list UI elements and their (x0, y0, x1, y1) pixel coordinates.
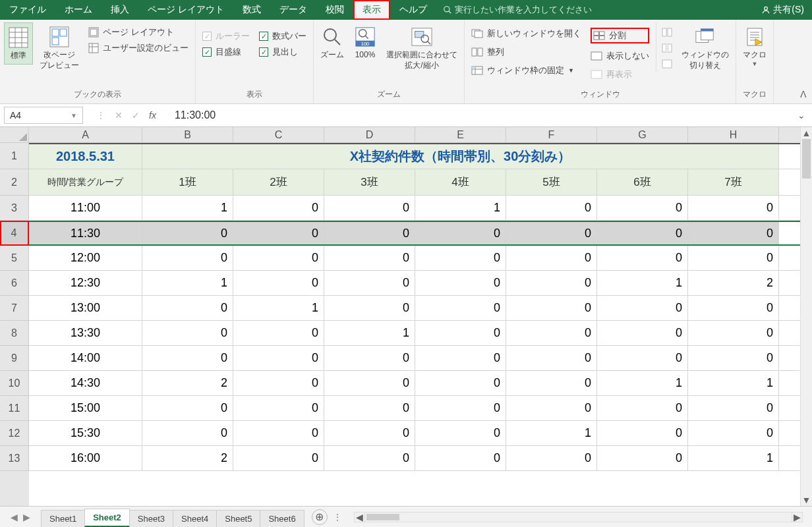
expand-formula-bar-button[interactable]: ⌄ (791, 110, 812, 121)
cell[interactable]: 13:30 (29, 321, 142, 345)
column-header[interactable]: E (415, 127, 506, 143)
cell[interactable]: 0 (324, 222, 415, 244)
sheet-tab[interactable]: Sheet6 (260, 510, 304, 527)
cell[interactable]: 11:30 (29, 222, 142, 244)
add-sheet-button[interactable]: ⊕ (312, 509, 328, 525)
sheet-nav-prev-icon[interactable]: ◀ (11, 512, 18, 522)
share-button[interactable]: 共有(S) (761, 4, 804, 16)
cell[interactable]: 0 (324, 346, 415, 370)
cell[interactable]: 0 (597, 196, 688, 220)
cell[interactable]: 0 (142, 346, 233, 370)
page-layout-view-button[interactable]: ページ レイアウト (88, 26, 188, 38)
row-header[interactable]: 13 (0, 446, 29, 471)
row-header[interactable]: 6 (0, 271, 29, 296)
cell[interactable]: 15:00 (29, 396, 142, 420)
cell[interactable]: 0 (233, 271, 324, 295)
cell[interactable]: 0 (415, 271, 506, 295)
cell[interactable]: 0 (597, 296, 688, 320)
tab-home[interactable]: ホーム (55, 0, 102, 20)
cell[interactable]: 1 (142, 196, 233, 220)
column-header[interactable]: F (506, 127, 597, 143)
collapse-ribbon-button[interactable]: ᐱ (800, 89, 807, 99)
cell[interactable]: 0 (415, 346, 506, 370)
cell[interactable]: 0 (688, 321, 779, 345)
cell[interactable]: 1 (324, 321, 415, 345)
cell[interactable]: 0 (233, 321, 324, 345)
cell[interactable]: 0 (324, 246, 415, 270)
cell[interactable]: 0 (597, 346, 688, 370)
split-button[interactable]: 分割 (591, 28, 649, 43)
row-header[interactable]: 4 (0, 221, 29, 246)
zoom-button[interactable]: ズーム (318, 22, 347, 63)
cell[interactable]: 0 (506, 196, 597, 220)
cell[interactable]: 0 (506, 396, 597, 420)
cell[interactable]: 6班 (597, 169, 688, 195)
cell[interactable]: 0 (506, 271, 597, 295)
column-header[interactable]: H (688, 127, 779, 143)
row-header[interactable]: 1 (0, 143, 29, 169)
macros-button[interactable]: マクロ ▼ (740, 22, 769, 70)
cell[interactable]: 0 (597, 246, 688, 270)
tab-help[interactable]: ヘルプ (390, 0, 436, 20)
sync-scroll-icon[interactable] (662, 43, 672, 53)
column-header[interactable]: G (597, 127, 688, 143)
cell[interactable]: 0 (415, 321, 506, 345)
cell[interactable]: 1 (688, 371, 779, 395)
cell[interactable]: 1 (597, 271, 688, 295)
cell[interactable]: 0 (324, 446, 415, 470)
cell[interactable]: 1 (597, 371, 688, 395)
cell[interactable]: 0 (506, 222, 597, 244)
cell[interactable]: 0 (597, 421, 688, 445)
cell[interactable]: 1班 (142, 169, 233, 195)
row-header[interactable]: 5 (0, 246, 29, 271)
tab-review[interactable]: 校閲 (316, 0, 353, 20)
cell[interactable]: 1 (233, 296, 324, 320)
cell[interactable]: 0 (142, 296, 233, 320)
row-header[interactable]: 2 (0, 169, 29, 196)
cell[interactable]: 0 (688, 222, 779, 244)
cell[interactable]: 12:00 (29, 246, 142, 270)
fx-icon[interactable]: fx (149, 110, 156, 121)
row-header[interactable]: 12 (0, 421, 29, 446)
cell[interactable]: 0 (415, 246, 506, 270)
cell[interactable]: 2 (688, 271, 779, 295)
cell[interactable]: 16:00 (29, 446, 142, 470)
cell[interactable]: 0 (324, 396, 415, 420)
formula-more-icon[interactable]: ⋮ (96, 110, 105, 121)
cell[interactable]: 0 (142, 321, 233, 345)
cell[interactable]: 0 (415, 222, 506, 244)
column-header[interactable]: B (142, 127, 233, 143)
cell[interactable]: 0 (506, 446, 597, 470)
cell[interactable]: 0 (415, 446, 506, 470)
view-side-by-side-icon[interactable] (662, 28, 672, 37)
headings-checkbox[interactable]: ✓ 見出し (259, 46, 306, 58)
cell[interactable]: 7班 (688, 169, 779, 195)
tell-me-search[interactable]: 実行したい作業を入力してください (443, 4, 592, 16)
scroll-right-icon[interactable]: ▶ (792, 513, 802, 522)
custom-views-button[interactable]: ユーザー設定のビュー (88, 42, 188, 54)
cell[interactable]: 5班 (506, 169, 597, 195)
cell[interactable]: 0 (688, 246, 779, 270)
sheet-tabs-more-icon[interactable]: ⋮ (333, 512, 341, 522)
column-header[interactable]: A (29, 127, 142, 143)
cell[interactable]: 0 (597, 321, 688, 345)
scroll-left-icon[interactable]: ◀ (355, 513, 365, 522)
tab-insert[interactable]: 挿入 (102, 0, 138, 20)
cell[interactable]: 0 (233, 246, 324, 270)
scroll-up-icon[interactable]: ▲ (801, 127, 812, 139)
row-header[interactable]: 9 (0, 346, 29, 371)
normal-view-button[interactable]: 標準 (4, 22, 33, 65)
cell[interactable]: 0 (688, 296, 779, 320)
cell[interactable]: 0 (324, 296, 415, 320)
row-header[interactable]: 8 (0, 321, 29, 346)
cell[interactable]: 2 (142, 371, 233, 395)
cell[interactable]: 0 (324, 371, 415, 395)
sheet-tab[interactable]: Sheet1 (41, 510, 85, 527)
cell[interactable]: 0 (324, 196, 415, 220)
sheet-tab[interactable]: Sheet4 (173, 510, 217, 527)
cell[interactable]: 0 (597, 222, 688, 244)
enter-icon[interactable]: ✓ (132, 110, 140, 121)
zoom-100-button[interactable]: 100 100% (351, 22, 380, 63)
hide-button[interactable]: 表示しない (591, 50, 649, 62)
cell[interactable]: 0 (415, 396, 506, 420)
